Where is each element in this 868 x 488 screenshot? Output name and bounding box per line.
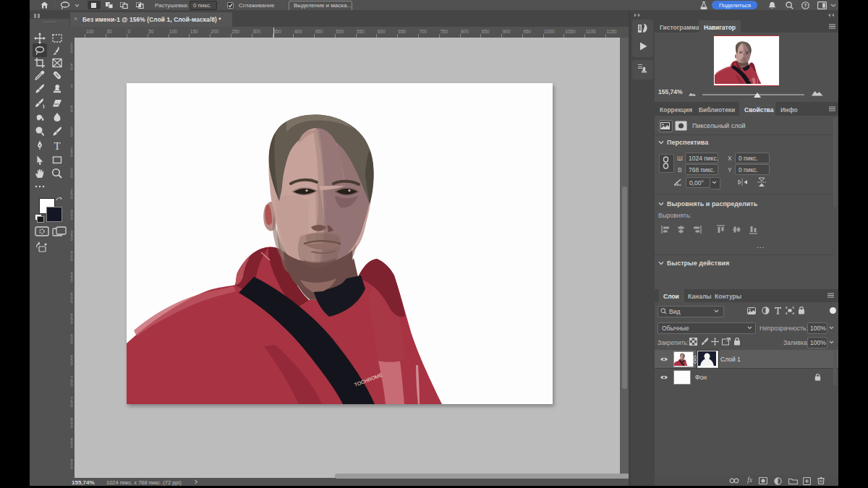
svg-text:fx: fx (747, 476, 753, 484)
svg-text:?: ? (804, 3, 807, 8)
svg-text:T: T (54, 140, 60, 152)
svg-text:☰: ☰ (637, 64, 642, 70)
